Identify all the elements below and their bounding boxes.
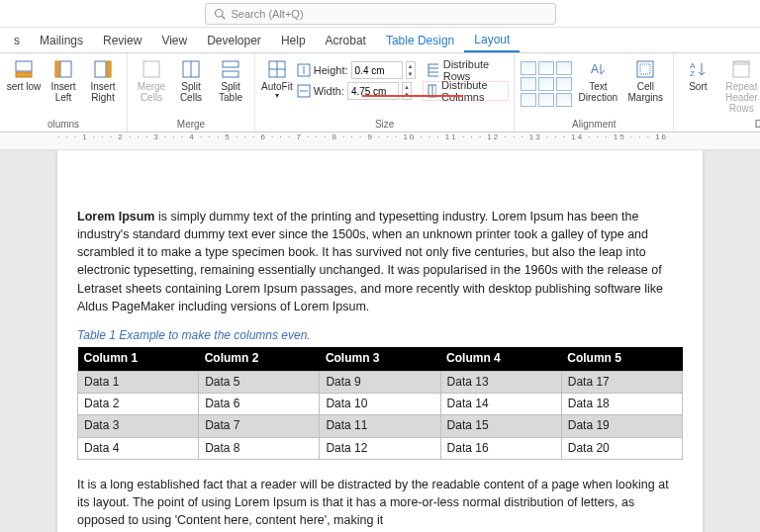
insert-below-button[interactable]: sert low bbox=[6, 57, 42, 115]
tab-help[interactable]: Help bbox=[271, 28, 316, 52]
tab-table-design[interactable]: Table Design bbox=[376, 28, 464, 52]
split-cells-icon bbox=[181, 59, 201, 79]
table-cell[interactable]: Data 5 bbox=[199, 371, 320, 393]
document-page[interactable]: Lorem Ipsum is simply dummy text of the … bbox=[57, 150, 703, 532]
sort-button[interactable]: AZSort bbox=[680, 57, 715, 115]
svg-rect-3 bbox=[16, 72, 32, 77]
text-direction-button[interactable]: AText Direction bbox=[576, 57, 619, 115]
height-label: Height: bbox=[314, 64, 348, 76]
text-direction-icon: A bbox=[588, 59, 608, 79]
svg-rect-31 bbox=[733, 61, 749, 65]
merge-cells-button[interactable]: Merge Cells bbox=[134, 57, 169, 115]
table-cell[interactable]: Data 7 bbox=[199, 415, 320, 437]
table-header[interactable]: Column 1 bbox=[78, 347, 199, 371]
horizontal-ruler[interactable]: · · · 1 · · · 2 · · · 3 · · · 4 · · · 5 … bbox=[0, 133, 760, 150]
svg-rect-5 bbox=[55, 61, 59, 77]
split-table-button[interactable]: Split Table bbox=[213, 57, 248, 115]
tab-view[interactable]: View bbox=[151, 28, 197, 52]
table-row[interactable]: Data 1Data 5Data 9Data 13Data 17 bbox=[78, 371, 683, 393]
table-cell[interactable]: Data 4 bbox=[78, 437, 199, 459]
svg-rect-6 bbox=[95, 61, 106, 77]
svg-rect-11 bbox=[223, 61, 238, 67]
table-cell[interactable]: Data 20 bbox=[561, 437, 682, 459]
height-spinner[interactable]: ▲▼ bbox=[406, 61, 416, 79]
tab-review[interactable]: Review bbox=[93, 28, 151, 52]
table-cell[interactable]: Data 15 bbox=[440, 415, 561, 437]
table-header[interactable]: Column 3 bbox=[320, 347, 440, 371]
alignment-grid[interactable] bbox=[521, 57, 572, 107]
width-icon bbox=[297, 84, 311, 98]
table-caption[interactable]: Table 1 Example to make the columns even… bbox=[77, 327, 683, 344]
insert-left-button[interactable]: Insert Left bbox=[46, 57, 81, 115]
split-cells-button[interactable]: Split Cells bbox=[173, 57, 209, 115]
sort-icon: AZ bbox=[688, 59, 708, 79]
distribute-rows-icon bbox=[428, 63, 438, 77]
insert-below-icon bbox=[14, 59, 34, 79]
table-header[interactable]: Column 2 bbox=[199, 347, 320, 371]
group-label-data: Data bbox=[680, 117, 760, 132]
table-cell[interactable]: Data 17 bbox=[561, 371, 682, 393]
table-cell[interactable]: Data 14 bbox=[440, 393, 561, 414]
group-label-alignment: Alignment bbox=[521, 117, 667, 132]
group-label-columns: olumns bbox=[6, 117, 121, 132]
cell-margins-button[interactable]: Cell Margins bbox=[623, 57, 667, 115]
svg-rect-28 bbox=[640, 64, 650, 74]
table-cell[interactable]: Data 12 bbox=[320, 437, 440, 459]
table-cell[interactable]: Data 16 bbox=[440, 437, 561, 459]
search-box[interactable]: Search (Alt+Q) bbox=[205, 3, 556, 25]
paragraph-2[interactable]: It is a long established fact that a rea… bbox=[77, 476, 683, 529]
autofit-button[interactable]: AutoFit▾ bbox=[261, 57, 293, 115]
insert-right-button[interactable]: Insert Right bbox=[85, 57, 121, 115]
svg-text:A: A bbox=[591, 62, 599, 76]
distribute-columns-button[interactable]: Distribute Columns bbox=[424, 82, 509, 100]
table-row[interactable]: Data 2Data 6Data 10Data 14Data 18 bbox=[78, 393, 683, 414]
table-cell[interactable]: Data 1 bbox=[78, 371, 199, 393]
merge-cells-icon bbox=[142, 59, 161, 79]
table-cell[interactable]: Data 2 bbox=[78, 393, 199, 414]
table-row[interactable]: Data 3Data 7Data 11Data 15Data 19 bbox=[78, 415, 683, 437]
cell-margins-icon bbox=[635, 59, 655, 79]
paragraph-1[interactable]: Lorem Ipsum is simply dummy text of the … bbox=[77, 208, 683, 315]
svg-rect-8 bbox=[143, 61, 159, 77]
table-cell[interactable]: Data 10 bbox=[320, 393, 440, 414]
tab-layout[interactable]: Layout bbox=[464, 28, 520, 52]
table-cell[interactable]: Data 3 bbox=[78, 415, 199, 437]
annotation-underline bbox=[362, 95, 463, 97]
table-cell[interactable]: Data 19 bbox=[561, 415, 682, 437]
table-cell[interactable]: Data 8 bbox=[199, 437, 320, 459]
sample-table[interactable]: Column 1Column 2Column 3Column 4Column 5… bbox=[77, 347, 683, 460]
svg-rect-2 bbox=[16, 61, 32, 71]
width-input[interactable] bbox=[347, 82, 399, 100]
width-spinner[interactable]: ▲▼ bbox=[402, 82, 412, 100]
svg-rect-4 bbox=[60, 61, 71, 77]
table-cell[interactable]: Data 18 bbox=[561, 393, 682, 414]
ribbon: sert low Insert Left Insert Right olumns… bbox=[0, 53, 760, 133]
table-row[interactable]: Data 4Data 8Data 12Data 16Data 20 bbox=[78, 437, 683, 459]
distribute-rows-button[interactable]: Distribute Rows bbox=[424, 61, 509, 79]
table-cell[interactable]: Data 11 bbox=[320, 415, 440, 437]
table-header[interactable]: Column 4 bbox=[440, 347, 561, 371]
svg-line-1 bbox=[222, 16, 225, 19]
search-placeholder: Search (Alt+Q) bbox=[232, 8, 304, 20]
tab-developer[interactable]: Developer bbox=[197, 28, 271, 52]
svg-rect-27 bbox=[637, 61, 653, 77]
table-cell[interactable]: Data 9 bbox=[320, 371, 440, 393]
tab-mailings[interactable]: Mailings bbox=[30, 28, 93, 52]
search-icon bbox=[214, 8, 226, 20]
insert-left-icon bbox=[53, 59, 73, 79]
autofit-icon bbox=[267, 59, 287, 79]
svg-rect-12 bbox=[223, 71, 238, 77]
table-cell[interactable]: Data 13 bbox=[440, 371, 561, 393]
repeat-header-rows-button[interactable]: Repeat Header Rows bbox=[719, 57, 760, 115]
table-cell[interactable]: Data 6 bbox=[199, 393, 320, 414]
svg-rect-20 bbox=[428, 64, 438, 76]
chevron-down-icon: ▾ bbox=[275, 92, 279, 101]
ribbon-tabs: s Mailings Review View Developer Help Ac… bbox=[0, 28, 760, 53]
height-input[interactable] bbox=[351, 61, 403, 79]
split-table-icon bbox=[221, 59, 240, 79]
tab-partial[interactable]: s bbox=[4, 28, 30, 52]
svg-point-0 bbox=[215, 9, 223, 17]
tab-acrobat[interactable]: Acrobat bbox=[316, 28, 376, 52]
insert-right-icon bbox=[93, 59, 113, 79]
table-header[interactable]: Column 5 bbox=[561, 347, 682, 371]
